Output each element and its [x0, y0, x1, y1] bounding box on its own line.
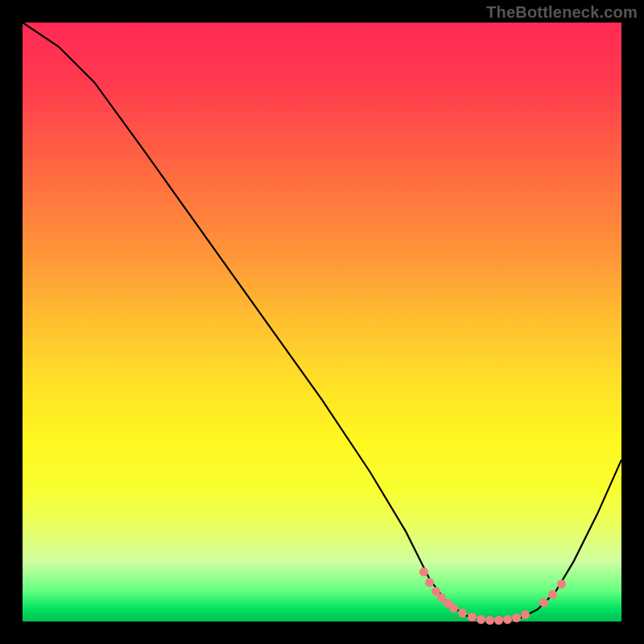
curve-marker — [468, 613, 477, 621]
curve-marker — [477, 615, 485, 624]
curve-marker — [548, 590, 557, 599]
curve-marker — [521, 610, 530, 619]
bottleneck-curve — [23, 23, 621, 621]
attribution-text: TheBottleneck.com — [486, 3, 638, 22]
chart-canvas: TheBottleneck.com — [0, 0, 644, 644]
curve-marker — [539, 598, 548, 607]
curve-marker — [503, 615, 512, 624]
plot-area — [23, 23, 621, 621]
curve-marker — [494, 616, 503, 625]
curve-marker — [485, 616, 494, 625]
